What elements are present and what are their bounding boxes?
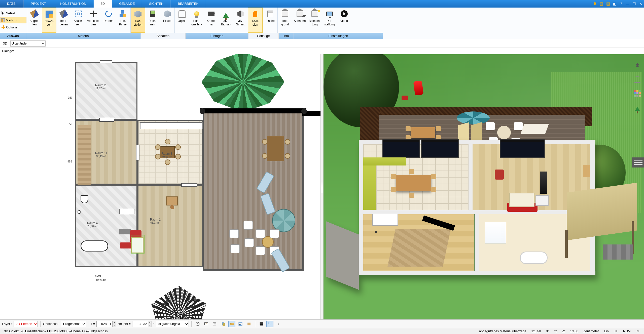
house-light-icon [311, 11, 318, 17]
btn-schatten[interactable]: Schatten [292, 8, 307, 33]
toilet-2d [81, 195, 88, 203]
3d-layers-btn[interactable] [631, 59, 643, 71]
btn-drehen[interactable]: Drehen [101, 8, 116, 33]
app-layers-icon[interactable]: ▤ [605, 0, 611, 8]
btn-flaeche[interactable]: Fläche [263, 8, 277, 33]
length-input[interactable] [97, 321, 112, 327]
context-label: 3D [2, 41, 9, 46]
bt-info[interactable]: i [275, 321, 282, 327]
layer-select[interactable]: 2D-Elemen [14, 321, 38, 327]
mode-select[interactable]: dl (Richtung/Di [156, 321, 189, 327]
length-field[interactable]: ▲▼ [96, 321, 116, 327]
menu-bearbeiten[interactable]: BEARBEITEN [171, 0, 206, 8]
menu-gelaende[interactable]: GELÄNDE [112, 0, 142, 8]
len-up-icon[interactable]: ▲ [112, 321, 116, 324]
close-button[interactable]: ✕ [637, 0, 644, 8]
btn-beleuchtung[interactable]: Beleuch-tung [307, 8, 322, 33]
bt-room[interactable] [245, 321, 253, 327]
app-catalog-icon[interactable]: ▥ [598, 0, 605, 8]
btn-hintergrund[interactable]: Hinter-grund [278, 8, 292, 33]
rotate-icon [104, 9, 113, 18]
umbrella-3d [457, 111, 490, 124]
status-y: Y: [552, 329, 560, 333]
minimize-button[interactable]: — [624, 0, 631, 8]
btn-bearbeiten[interactable]: Bear-beiten [56, 8, 71, 33]
bt-floorpl[interactable] [237, 321, 244, 327]
btn-verschieben[interactable]: Verschie-ben [86, 8, 101, 33]
menu-konstruktion[interactable]: KONSTRUKTION [53, 0, 93, 8]
bt-sheets[interactable] [220, 321, 227, 327]
bt-screen[interactable] [203, 321, 210, 327]
terr-arm-6 [270, 229, 279, 238]
btn-pinsel[interactable]: Pinsel [160, 8, 174, 33]
selection-outline[interactable] [131, 235, 145, 254]
view-2d[interactable]: Raum 211,87 m² Raum 1136,19 m² Raum 340,… [0, 54, 320, 319]
btn-3dschnitt[interactable]: 3D-Schnitt [233, 8, 248, 33]
terrain-select[interactable]: Urgelände [10, 40, 46, 47]
menu-sichten[interactable]: SICHTEN [142, 0, 171, 8]
btn-kamera[interactable]: Kame-ra [204, 8, 219, 33]
3d-materials-btn[interactable] [631, 88, 643, 99]
options-tool[interactable]: Optionen [1, 23, 26, 31]
stack-icon [212, 322, 217, 326]
chair-icon [635, 76, 640, 82]
handle-left[interactable] [200, 108, 205, 114]
deck-arm-2 [514, 122, 523, 130]
label-phi: phi = [123, 322, 131, 326]
phi-down-icon[interactable]: ▼ [148, 324, 152, 327]
phi-up-icon[interactable]: ▲ [148, 321, 152, 324]
btn-3dbitmap[interactable]: 3D-Bitmap [219, 8, 233, 33]
terr-arm-1 [229, 229, 239, 238]
btn-video[interactable]: Video [337, 8, 351, 33]
carport-roof [567, 183, 637, 240]
btn-hinpinsel[interactable]: Hin.Pinsel [116, 8, 130, 33]
label-auswahl: Auswahl [0, 33, 27, 39]
stairs-2d [78, 125, 91, 185]
btn-lichtquelle[interactable]: Licht-quelle ▾ [189, 8, 204, 33]
bt-ruler[interactable] [228, 321, 235, 327]
btn-skalieren[interactable]: Skalie-ren [71, 8, 86, 33]
btn-zuweisen[interactable]: Zuwei-sen [42, 8, 56, 33]
sink-2d [78, 210, 81, 214]
phi-field[interactable]: ▲▼ [132, 321, 152, 327]
menu-datei[interactable]: DATEI [0, 0, 24, 8]
select-tool[interactable]: Selekt [1, 9, 26, 17]
dim-5: 8046,50 [96, 278, 106, 281]
bt-stack[interactable] [211, 321, 218, 327]
floor-select[interactable]: Erdgeschos [61, 321, 86, 327]
mark-tool[interactable]: Mark. [1, 17, 26, 23]
menu-3d[interactable]: 3D [94, 0, 112, 8]
room-2[interactable] [75, 62, 137, 120]
btn-darstellen[interactable]: Dar-stellen [131, 8, 145, 33]
view-splitter[interactable] [320, 54, 324, 319]
btn-kollision[interactable]: Kolli-sion [248, 8, 263, 33]
plant-icon [635, 104, 640, 111]
phi-input[interactable] [132, 321, 148, 327]
menu-projekt[interactable]: PROJEKT [24, 0, 53, 8]
terrace-chair-2 [285, 139, 290, 145]
btn-rechnen[interactable]: Rech-nen [145, 8, 160, 33]
floor-icon [238, 322, 243, 326]
btn-abgreifen[interactable]: Abgrei-fen [27, 8, 42, 33]
terrace[interactable] [203, 110, 304, 271]
bt-clock[interactable] [194, 321, 201, 327]
3d-furniture-btn[interactable] [631, 73, 643, 85]
backbrush-icon [120, 10, 127, 17]
render-icon [134, 11, 141, 18]
btn-objekt[interactable]: Objekt [175, 8, 189, 33]
view-3d[interactable] [324, 54, 644, 319]
3d-plants-btn[interactable] [631, 102, 643, 113]
din-chair-2 [175, 144, 181, 150]
btn-darstellung[interactable]: Dar-stellung [322, 8, 337, 33]
3d-side-handle[interactable] [632, 157, 644, 168]
app-tool-icon[interactable]: ✖ [592, 0, 598, 8]
bt-snap[interactable] [266, 321, 273, 327]
len-down-icon[interactable]: ▼ [112, 324, 116, 327]
label-r3: Raum 340,67 m² [162, 152, 172, 158]
app-views-icon[interactable]: ◧ [611, 0, 618, 8]
dim-4: 6095 [95, 274, 101, 277]
help-icon[interactable]: ? [618, 0, 624, 8]
bt-grid[interactable] [258, 321, 265, 327]
maximize-button[interactable]: ☐ [631, 0, 637, 8]
handle-right[interactable] [301, 108, 307, 114]
